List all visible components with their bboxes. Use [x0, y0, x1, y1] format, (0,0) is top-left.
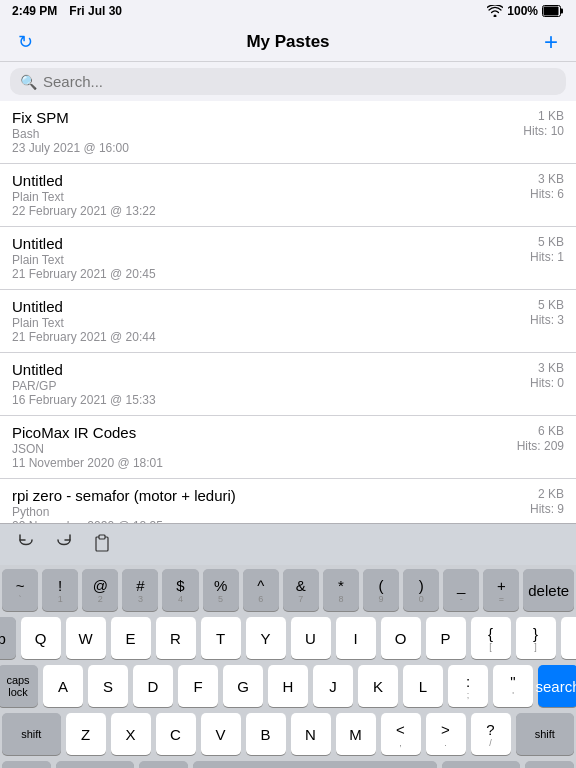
- search-input[interactable]: [43, 73, 556, 90]
- key-v[interactable]: V: [201, 713, 241, 755]
- key-primary: T: [216, 630, 225, 647]
- key-$[interactable]: $4: [162, 569, 198, 611]
- key-+[interactable]: +=: [483, 569, 519, 611]
- key-tab[interactable]: tab: [0, 617, 16, 659]
- key-secondary: ]: [534, 642, 537, 652]
- status-time: 2:49 PM: [12, 4, 57, 18]
- paste-item-right: 5 KB Hits: 1: [484, 235, 564, 264]
- key-primary: S: [103, 678, 113, 695]
- key-x[interactable]: }]: [516, 617, 556, 659]
- key-s[interactable]: S: [88, 665, 128, 707]
- key-([interactable]: (9: [363, 569, 399, 611]
- key-primary: %: [214, 577, 227, 594]
- redo-button[interactable]: [48, 530, 80, 559]
- key-x[interactable]: :;: [448, 665, 488, 707]
- key-b[interactable]: B: [246, 713, 286, 755]
- undo-icon: [16, 532, 36, 552]
- key-%[interactable]: %5: [203, 569, 239, 611]
- key-*[interactable]: *8: [323, 569, 359, 611]
- list-item[interactable]: Untitled Plain Text21 February 2021 @ 20…: [0, 290, 576, 353]
- key-w[interactable]: W: [66, 617, 106, 659]
- key-shift[interactable]: shift: [2, 713, 61, 755]
- key-t[interactable]: T: [201, 617, 241, 659]
- key-xx[interactable]: 🎤: [139, 761, 188, 768]
- paste-item-right: 2 KB Hits: 9: [484, 487, 564, 516]
- key-^[interactable]: ^6: [243, 569, 279, 611]
- delete-key[interactable]: delete: [523, 569, 574, 611]
- key-x-sym[interactable]: >.: [426, 713, 466, 755]
- key-secondary: 7: [298, 594, 303, 604]
- key-r[interactable]: R: [156, 617, 196, 659]
- key-m[interactable]: M: [336, 713, 376, 755]
- key-o[interactable]: O: [381, 617, 421, 659]
- key-primary: +: [497, 577, 506, 594]
- key-z[interactable]: Z: [66, 713, 106, 755]
- key-x[interactable]: {[: [471, 617, 511, 659]
- key-xx[interactable]: 😊: [2, 761, 51, 768]
- key-x-sym[interactable]: <,: [381, 713, 421, 755]
- key-n[interactable]: N: [291, 713, 331, 755]
- key-k[interactable]: K: [358, 665, 398, 707]
- key-primary: X: [125, 726, 135, 743]
- key-_[interactable]: _-: [443, 569, 479, 611]
- key-j[interactable]: J: [313, 665, 353, 707]
- paste-title: rpi zero - semafor (motor + leduri): [12, 487, 484, 504]
- paste-size: 5 KB: [484, 235, 564, 249]
- undo-button[interactable]: [10, 530, 42, 559]
- key-capsxlock[interactable]: caps lock: [0, 665, 38, 707]
- key-d[interactable]: D: [133, 665, 173, 707]
- refresh-button[interactable]: ↻: [12, 29, 39, 55]
- key-primary: *: [338, 577, 344, 594]
- paste-size: 3 KB: [484, 361, 564, 375]
- paste-clipboard-button[interactable]: [86, 530, 118, 559]
- key-primary: >: [441, 721, 450, 738]
- paste-title: PicoMax IR Codes: [12, 424, 484, 441]
- key-c[interactable]: C: [156, 713, 196, 755]
- spacebar-key[interactable]: [193, 761, 437, 768]
- key-primary: K: [373, 678, 383, 695]
- key-search[interactable]: search: [538, 665, 576, 707]
- key-e[interactable]: E: [111, 617, 151, 659]
- paste-size: 3 KB: [484, 172, 564, 186]
- key-x[interactable]: X: [111, 713, 151, 755]
- key-@[interactable]: @2: [82, 569, 118, 611]
- key-x[interactable]: "': [493, 665, 533, 707]
- key-secondary: 1: [58, 594, 63, 604]
- key-x[interactable]: ⌨: [525, 761, 574, 768]
- key-shift[interactable]: shift: [516, 713, 575, 755]
- key-)[interactable]: )0: [403, 569, 439, 611]
- key-i[interactable]: I: [336, 617, 376, 659]
- paste-hits: Hits: 9: [484, 502, 564, 516]
- key-a[interactable]: A: [43, 665, 83, 707]
- key-#[interactable]: #3: [122, 569, 158, 611]
- key-secondary: 3: [138, 594, 143, 604]
- key-primary: $: [176, 577, 184, 594]
- key-x123[interactable]: ?123: [442, 761, 520, 768]
- key-primary: E: [125, 630, 135, 647]
- key-x[interactable]: |\: [561, 617, 577, 659]
- key-l[interactable]: L: [403, 665, 443, 707]
- key-x123[interactable]: ?123: [56, 761, 134, 768]
- list-item[interactable]: Untitled Plain Text21 February 2021 @ 20…: [0, 227, 576, 290]
- key-primary: Q: [35, 630, 47, 647]
- list-item[interactable]: Untitled PAR/GP16 February 2021 @ 15:33 …: [0, 353, 576, 416]
- key-p[interactable]: P: [426, 617, 466, 659]
- key-primary: :: [466, 673, 470, 690]
- key-f[interactable]: F: [178, 665, 218, 707]
- key-~[interactable]: ~`: [2, 569, 38, 611]
- key-u[interactable]: U: [291, 617, 331, 659]
- key-secondary: 8: [338, 594, 343, 604]
- key-x-sym[interactable]: ?/: [471, 713, 511, 755]
- key-&[interactable]: &7: [283, 569, 319, 611]
- key-![interactable]: !1: [42, 569, 78, 611]
- key-g[interactable]: G: [223, 665, 263, 707]
- key-q[interactable]: Q: [21, 617, 61, 659]
- key-primary: @: [93, 577, 108, 594]
- list-item[interactable]: Untitled Plain Text22 February 2021 @ 13…: [0, 164, 576, 227]
- key-y[interactable]: Y: [246, 617, 286, 659]
- list-item[interactable]: Fix SPM Bash23 July 2021 @ 16:00 1 KB Hi…: [0, 101, 576, 164]
- key-h[interactable]: H: [268, 665, 308, 707]
- add-button[interactable]: +: [538, 26, 564, 58]
- list-item[interactable]: PicoMax IR Codes JSON11 November 2020 @ …: [0, 416, 576, 479]
- list-item[interactable]: rpi zero - semafor (motor + leduri) Pyth…: [0, 479, 576, 523]
